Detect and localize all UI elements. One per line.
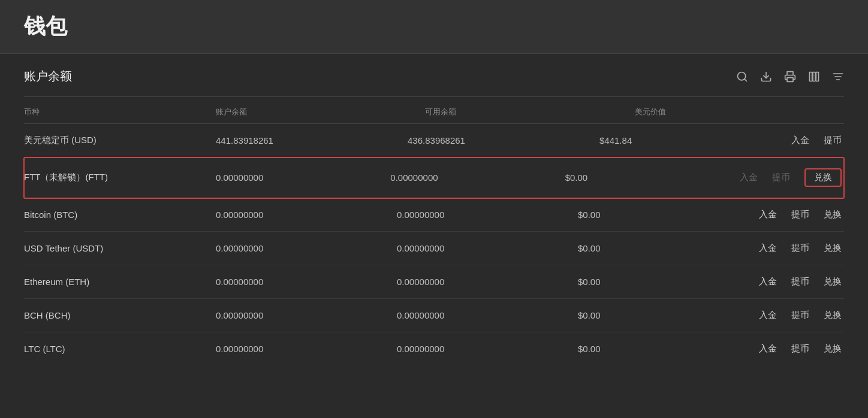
filter-icon[interactable]: [832, 71, 844, 83]
col-usd-value: 美元价值: [635, 107, 844, 117]
table-row: FTT（未解锁）(FTT)0.000000000.00000000$0.00入金…: [24, 157, 844, 198]
table-body: 美元稳定币 (USD)441.83918261436.83968261$441.…: [24, 124, 844, 365]
exchange-button-usdt[interactable]: 兑换: [824, 243, 842, 254]
actions-cell-bch: 入金提币兑换: [759, 310, 844, 321]
cell-currency-eth: Ethereum (ETH): [24, 277, 216, 287]
actions-cell-usd: 入金提币: [791, 135, 844, 146]
cell-available-balance-ftt: 0.00000000: [390, 172, 565, 183]
svg-line-1: [745, 78, 747, 81]
withdraw-button-usd[interactable]: 提币: [824, 135, 842, 146]
table-row: 美元稳定币 (USD)441.83918261436.83968261$441.…: [24, 124, 844, 157]
print-icon[interactable]: [784, 71, 796, 83]
cell-available-balance-usd: 436.83968261: [408, 135, 599, 146]
exchange-button-btc[interactable]: 兑换: [824, 209, 842, 220]
cell-usd-value-usd: $441.84: [599, 135, 791, 146]
svg-rect-4: [810, 72, 812, 81]
deposit-button-usdt[interactable]: 入金: [759, 243, 777, 254]
exchange-button-bch[interactable]: 兑换: [824, 310, 842, 321]
exchange-button-ltc[interactable]: 兑换: [824, 343, 842, 355]
cell-currency-ltc: LTC (LTC): [24, 344, 216, 354]
cell-currency-ftt: FTT（未解锁）(FTT): [24, 172, 216, 183]
table-row: Bitcoin (BTC)0.000000000.00000000$0.00入金…: [24, 198, 844, 232]
cell-available-balance-bch: 0.00000000: [397, 310, 578, 320]
col-available-balance: 可用余额: [425, 107, 634, 117]
cell-account-balance-ltc: 0.00000000: [216, 344, 397, 354]
cell-currency-btc: Bitcoin (BTC): [24, 210, 216, 220]
search-icon[interactable]: [736, 71, 748, 83]
cell-account-balance-ftt: 0.00000000: [216, 172, 390, 183]
exchange-button-eth[interactable]: 兑换: [824, 276, 842, 287]
col-account-balance: 账户余额: [216, 107, 425, 117]
actions-cell-ftt: 入金提币兑换: [740, 168, 844, 187]
actions-cell-eth: 入金提币兑换: [759, 276, 844, 287]
table-row: BCH (BCH)0.000000000.00000000$0.00入金提币兑换: [24, 299, 844, 332]
table-row: USD Tether (USDT)0.000000000.00000000$0.…: [24, 232, 844, 265]
toolbar: [736, 71, 844, 83]
deposit-button-usd[interactable]: 入金: [791, 135, 809, 146]
cell-account-balance-usdt: 0.00000000: [216, 243, 397, 253]
svg-rect-6: [816, 72, 818, 81]
section-header: 账户余额: [24, 54, 844, 97]
deposit-button-btc[interactable]: 入金: [759, 209, 777, 220]
table-row: LTC (LTC)0.000000000.00000000$0.00入金提币兑换: [24, 332, 844, 365]
actions-cell-usdt: 入金提币兑换: [759, 243, 844, 254]
actions-cell-ltc: 入金提币兑换: [759, 343, 844, 355]
cell-available-balance-btc: 0.00000000: [397, 210, 578, 220]
cell-usd-value-usdt: $0.00: [578, 243, 759, 253]
cell-account-balance-eth: 0.00000000: [216, 277, 397, 287]
deposit-button-ftt: 入金: [740, 172, 758, 183]
svg-rect-5: [813, 72, 815, 81]
cell-currency-usdt: USD Tether (USDT): [24, 243, 216, 253]
download-icon[interactable]: [760, 71, 772, 83]
deposit-button-eth[interactable]: 入金: [759, 276, 777, 287]
cell-usd-value-eth: $0.00: [578, 277, 759, 287]
svg-rect-3: [787, 77, 793, 81]
col-currency: 币种: [24, 107, 216, 117]
page-header: 钱包: [0, 0, 868, 54]
table-header: 币种 账户余额 可用余额 美元价值: [24, 97, 844, 124]
exchange-button-ftt[interactable]: 兑换: [804, 168, 842, 187]
deposit-button-ltc[interactable]: 入金: [759, 343, 777, 355]
cell-available-balance-eth: 0.00000000: [397, 277, 578, 287]
main-content: 账户余额: [0, 54, 868, 365]
deposit-button-bch[interactable]: 入金: [759, 310, 777, 321]
cell-usd-value-btc: $0.00: [578, 210, 759, 220]
cell-usd-value-ftt: $0.00: [565, 172, 740, 183]
cell-account-balance-usd: 441.83918261: [216, 135, 408, 146]
table-row: Ethereum (ETH)0.000000000.00000000$0.00入…: [24, 265, 844, 299]
withdraw-button-btc[interactable]: 提币: [791, 209, 809, 220]
cell-available-balance-usdt: 0.00000000: [397, 243, 578, 253]
cell-usd-value-ltc: $0.00: [578, 344, 759, 354]
actions-cell-btc: 入金提币兑换: [759, 209, 844, 220]
page-title: 钱包: [24, 12, 844, 41]
withdraw-button-usdt[interactable]: 提币: [791, 243, 809, 254]
cell-account-balance-bch: 0.00000000: [216, 310, 397, 320]
withdraw-button-ltc[interactable]: 提币: [791, 343, 809, 355]
withdraw-button-eth[interactable]: 提币: [791, 276, 809, 287]
cell-currency-usd: 美元稳定币 (USD): [24, 135, 216, 146]
cell-available-balance-ltc: 0.00000000: [397, 344, 578, 354]
cell-usd-value-bch: $0.00: [578, 310, 759, 320]
section-title: 账户余额: [24, 68, 72, 84]
cell-account-balance-btc: 0.00000000: [216, 210, 397, 220]
withdraw-button-ftt: 提币: [772, 172, 790, 183]
columns-icon[interactable]: [808, 71, 820, 83]
cell-currency-bch: BCH (BCH): [24, 310, 216, 320]
withdraw-button-bch[interactable]: 提币: [791, 310, 809, 321]
